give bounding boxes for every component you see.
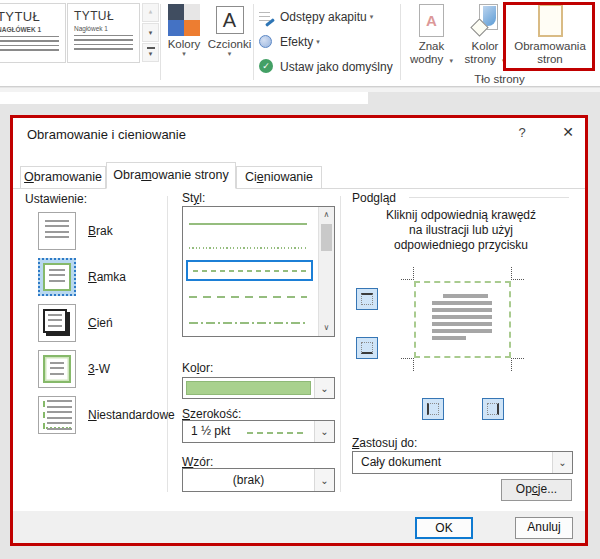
- chevron-down-icon: ▾: [449, 57, 453, 64]
- document-page-edge: [0, 92, 368, 104]
- setting-none-label[interactable]: Brak: [88, 224, 113, 238]
- apply-to-value: Cały dokument: [361, 455, 441, 469]
- page-color-icon: [472, 4, 498, 37]
- style-card-title: TYTUŁ: [74, 9, 133, 23]
- tab-borders[interactable]: Obramowanie: [20, 166, 106, 189]
- page-color-label-line2: strony: [464, 53, 495, 65]
- width-label: Szerokość:: [182, 407, 241, 421]
- scrollbar-thumb[interactable]: [321, 224, 332, 251]
- ribbon-divider: [160, 4, 161, 80]
- preview-page[interactable]: [414, 281, 511, 358]
- right-border-icon: [487, 403, 499, 415]
- preview-section-label: Podgląd: [352, 191, 396, 205]
- chevron-down-icon: ▾: [207, 50, 252, 57]
- column-separator: [167, 196, 168, 492]
- color-label: Kolor:: [182, 361, 213, 375]
- chevron-down-icon[interactable]: ⌄: [314, 421, 334, 442]
- cancel-button[interactable]: Anuluj: [515, 517, 573, 539]
- annotation-box-page-borders: [503, 2, 595, 71]
- paragraph-spacing-icon: [259, 9, 275, 25]
- setting-none-button[interactable]: [38, 212, 76, 250]
- left-border-button[interactable]: [422, 398, 444, 420]
- pattern-dropdown[interactable]: (brak) ⌄: [182, 468, 335, 492]
- setting-box-label[interactable]: Ramka: [88, 270, 126, 284]
- chevron-down-icon[interactable]: ⌄: [314, 378, 334, 398]
- setting-custom-button[interactable]: [38, 396, 76, 434]
- theme-fonts-button[interactable]: A Czcionki ▾: [207, 2, 252, 84]
- effects-button[interactable]: Efekty ▾: [259, 30, 399, 54]
- setting-box-button-selected[interactable]: [38, 258, 76, 296]
- style-option-dashed-selected[interactable]: [186, 260, 313, 281]
- preview-section-line: [409, 197, 569, 198]
- left-border-icon: [427, 403, 439, 415]
- theme-colors-label: Kolory: [168, 38, 201, 50]
- style-section-label: Styl:: [182, 191, 205, 205]
- tab-page-border[interactable]: Obramowanie strony: [106, 162, 236, 189]
- right-border-button[interactable]: [482, 398, 504, 420]
- set-as-default-label: Ustaw jako domyślny: [280, 60, 393, 74]
- width-dropdown[interactable]: 1 ½ pkt ⌄: [182, 420, 335, 443]
- bottom-border-icon: [361, 342, 373, 354]
- paragraph-spacing-button[interactable]: Odstępy akapitu ▾: [259, 5, 399, 29]
- pattern-label: Wzór:: [182, 455, 213, 469]
- column-separator: [340, 196, 341, 492]
- dialog-title: Obramowanie i cieniowanie: [27, 127, 186, 142]
- gallery-scroll-up-icon[interactable]: ▾: [142, 3, 159, 22]
- effects-sphere-icon: [259, 35, 272, 48]
- ok-button[interactable]: OK: [415, 517, 473, 539]
- style-card-subtitle: NAGŁÓWEK 1: [0, 26, 59, 33]
- chevron-down-icon[interactable]: ⌄: [552, 452, 572, 473]
- setting-section-label: Ustawienie:: [25, 192, 87, 206]
- chevron-down-icon[interactable]: ⌄: [314, 469, 334, 491]
- style-option-dash[interactable]: [189, 296, 307, 298]
- tab-separator: [13, 188, 585, 189]
- paragraph-spacing-label: Odstępy akapitu: [280, 10, 367, 24]
- theme-colors-button[interactable]: Kolory ▾: [163, 2, 205, 84]
- dialog-footer: OK Anuluj: [13, 511, 585, 543]
- style-option-dash-dot[interactable]: [189, 322, 307, 324]
- style-card-text-preview: [74, 35, 133, 52]
- options-button[interactable]: Opcje...: [501, 479, 572, 501]
- setting-3d-button[interactable]: [38, 350, 76, 388]
- close-icon[interactable]: ✕: [556, 124, 580, 140]
- width-line-preview: [247, 432, 305, 434]
- style-gallery-card[interactable]: TYTUŁ Nagłówek 1: [67, 3, 140, 63]
- style-card-subtitle: Nagłówek 1: [74, 25, 133, 32]
- set-as-default-button[interactable]: ✓ Ustaw jako domyślny: [259, 55, 399, 79]
- setting-shadow-button[interactable]: [38, 304, 76, 342]
- gallery-more-icon[interactable]: ▾: [142, 43, 159, 62]
- scroll-down-icon[interactable]: ∨: [319, 320, 334, 336]
- scroll-up-icon[interactable]: ∧: [319, 207, 334, 223]
- style-option-dotted[interactable]: [189, 247, 307, 249]
- bottom-border-button[interactable]: [356, 337, 378, 359]
- ribbon-divider: [253, 4, 254, 80]
- preview-corner-mark: [401, 267, 414, 280]
- preview-corner-mark: [511, 267, 524, 280]
- apply-to-dropdown[interactable]: Cały dokument ⌄: [352, 451, 573, 474]
- setting-custom-label[interactable]: Niestandardowe: [88, 408, 175, 422]
- tab-shading[interactable]: Cieniowanie: [236, 166, 322, 189]
- top-border-button[interactable]: [356, 288, 378, 310]
- watermark-button[interactable]: A Znak wodny ▾: [404, 3, 459, 67]
- theme-colors-icon: [168, 4, 200, 36]
- watermark-label-line2: wodny: [410, 53, 443, 65]
- style-listbox[interactable]: ∧ ∨: [182, 206, 335, 337]
- effects-label: Efekty: [280, 35, 313, 49]
- theme-fonts-label: Czcionki: [208, 38, 251, 50]
- setting-shadow-label[interactable]: Cień: [88, 316, 113, 330]
- setting-3d-label[interactable]: 3-W: [88, 362, 110, 376]
- borders-shading-dialog: Obramowanie i cieniowanie ? ✕ Obramowani…: [10, 115, 588, 546]
- chevron-down-icon: ▾: [163, 50, 205, 57]
- ribbon-divider: [400, 4, 401, 80]
- style-list-scrollbar[interactable]: ∧ ∨: [318, 207, 334, 336]
- theme-fonts-icon: A: [216, 6, 244, 34]
- check-circle-icon: ✓: [259, 59, 273, 73]
- style-option-solid[interactable]: [189, 223, 307, 225]
- preview-page-text: [432, 294, 492, 343]
- style-gallery-card[interactable]: TYTUŁ NAGŁÓWEK 1: [0, 3, 66, 63]
- apply-to-label: Zastosuj do:: [352, 436, 417, 450]
- color-dropdown[interactable]: ⌄: [182, 377, 335, 399]
- preview-corner-mark: [401, 358, 414, 371]
- gallery-scroll-down-icon[interactable]: ▾: [142, 23, 159, 42]
- help-button[interactable]: ?: [511, 125, 533, 140]
